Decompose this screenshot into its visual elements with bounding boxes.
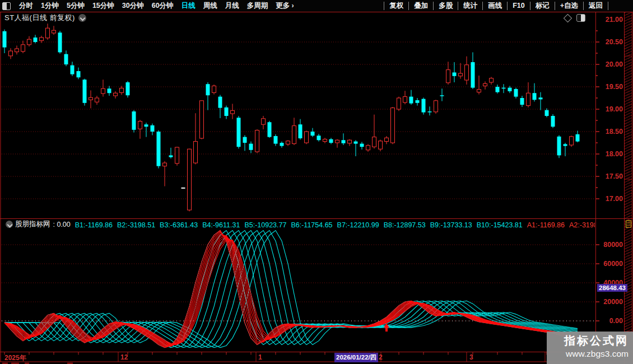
indicator-header: 股朋指标网 : 0.00 B1:-1169.86B2:-3198.51B3:-6… bbox=[2, 220, 595, 229]
chart-area[interactable] bbox=[0, 0, 633, 364]
top-menu-bar: 分时1分钟5分钟15分钟30分钟60分钟日线周线月线多周期更多 › 复权叠加多股… bbox=[0, 0, 633, 12]
chart-title-row: ST人福(日线 前复权) bbox=[4, 13, 86, 23]
price-tick-label: 20.00 bbox=[598, 60, 623, 68]
menu-item-4[interactable]: 30分钟 bbox=[118, 1, 148, 11]
indicator-tick-label: 80000 bbox=[598, 241, 623, 249]
tool-item-2[interactable]: 多股 bbox=[433, 2, 458, 10]
vertical-banner-strip bbox=[625, 12, 632, 363]
indicator-values: B1:-1169.86B2:-3198.51B3:-6361.43B4:-961… bbox=[71, 220, 595, 229]
panel-toggle-icon[interactable] bbox=[576, 14, 585, 22]
page-title: ST人福(日线 前复权) bbox=[4, 13, 75, 23]
menu-item-3[interactable]: 15分钟 bbox=[89, 1, 118, 11]
menu-item-6[interactable]: 日线 bbox=[178, 1, 199, 11]
price-tick-label: 17.50 bbox=[598, 172, 623, 180]
indicator-b-value: B9:-13733.13 bbox=[430, 221, 472, 229]
date-tick-label: 3 bbox=[469, 353, 473, 361]
menu-item-0[interactable]: 分时 bbox=[15, 1, 37, 11]
tool-item-6[interactable]: 标记 bbox=[530, 2, 555, 10]
date-tick-label: 12 bbox=[120, 353, 128, 361]
tool-item-4[interactable]: 画线 bbox=[482, 2, 507, 10]
indicator-b-value: B6:-11754.65 bbox=[291, 221, 332, 229]
chevron-down-icon[interactable] bbox=[78, 14, 86, 22]
indicator-b-value: B4:-9611.31 bbox=[202, 221, 240, 229]
indicator-b-value: B10:-15423.81 bbox=[477, 221, 523, 229]
indicator-b-value: B3:-6361.43 bbox=[160, 221, 198, 229]
tool-item-1[interactable]: 叠加 bbox=[408, 2, 433, 10]
price-tick-label: 19.00 bbox=[598, 105, 623, 113]
menu-item-5[interactable]: 60分钟 bbox=[148, 1, 178, 11]
indicator-tick-label: 60000 bbox=[598, 260, 623, 268]
date-tick-label: 2025年 bbox=[4, 353, 26, 363]
indicator-b-value: B2:-3198.51 bbox=[117, 221, 155, 229]
indicator-tick-label: 0.00 bbox=[598, 317, 623, 325]
date-tick-label: 1 bbox=[258, 353, 262, 361]
indicator-collapse-icon[interactable] bbox=[6, 221, 13, 228]
tool-item-7[interactable]: +自选 bbox=[555, 2, 583, 10]
indicator-a-value: A2:-3198.51 bbox=[569, 221, 595, 229]
menu-item-1[interactable]: 1分钟 bbox=[37, 1, 63, 11]
tool-item-0[interactable]: 复权 bbox=[384, 2, 408, 10]
indicator-tick-label: 20000 bbox=[598, 298, 623, 306]
tools-menu: 复权叠加多股统计画线F10标记+自选返回 bbox=[384, 0, 608, 12]
indicator-a-value: A1:-1169.86 bbox=[527, 221, 565, 229]
price-tick-label: 19.50 bbox=[598, 83, 623, 91]
date-tick-label: 2 bbox=[379, 353, 383, 361]
indicator-current-value: : 0.00 bbox=[53, 221, 71, 228]
price-tick-label: 18.50 bbox=[598, 128, 623, 136]
indicator-value-badge: 28648.43 bbox=[597, 284, 627, 292]
watermark: 指标公式网 www.zbgs3.com bbox=[547, 332, 633, 364]
menu-item-10[interactable]: 更多 › bbox=[272, 1, 298, 11]
menu-item-7[interactable]: 周线 bbox=[199, 1, 221, 11]
price-tick-label: 21.00 bbox=[598, 16, 623, 24]
menu-item-2[interactable]: 5分钟 bbox=[63, 1, 89, 11]
price-tick-label: 17.00 bbox=[598, 195, 623, 203]
price-tick-label: 18.00 bbox=[598, 150, 623, 158]
menu-item-9[interactable]: 多周期 bbox=[243, 1, 272, 11]
menu-item-8[interactable]: 月线 bbox=[221, 1, 243, 11]
diamond-icon[interactable] bbox=[564, 13, 573, 22]
window-split-icon[interactable] bbox=[2, 2, 11, 10]
indicator-name: 股朋指标网 bbox=[15, 220, 50, 229]
indicator-b-value: B8:-12897.53 bbox=[384, 221, 426, 229]
price-tick-label: 20.50 bbox=[598, 38, 623, 46]
watermark-title: 指标公式网 bbox=[547, 333, 629, 348]
watermark-url: www.zbgs3.com bbox=[547, 349, 629, 359]
tool-item-5[interactable]: F10 bbox=[507, 2, 530, 10]
tool-item-3[interactable]: 统计 bbox=[458, 2, 482, 10]
indicator-b-value: B1:-1169.86 bbox=[75, 221, 113, 229]
indicator-b-value: B7:-12210.99 bbox=[337, 221, 379, 229]
indicator-b-value: B5:-10923.77 bbox=[244, 221, 286, 229]
period-menu: 分时1分钟5分钟15分钟30分钟60分钟日线周线月线多周期更多 › bbox=[15, 1, 298, 11]
selected-date-badge: 2026/01/22/四 bbox=[334, 353, 378, 362]
tool-item-8[interactable]: 返回 bbox=[583, 2, 608, 10]
